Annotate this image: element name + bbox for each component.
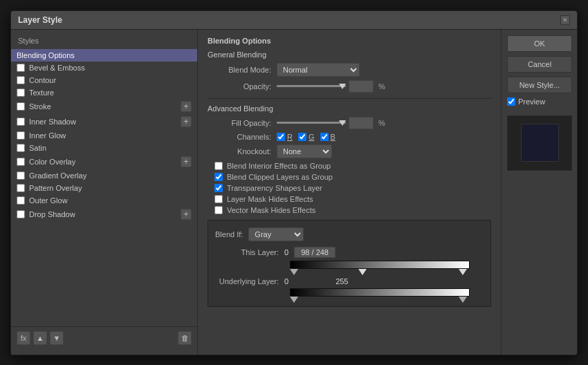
channel-r-container: R — [277, 133, 293, 141]
blend-if-select[interactable]: Gray Red Green Blue — [248, 227, 304, 241]
delete-button[interactable]: 🗑 — [178, 331, 192, 345]
this-layer-left-value: 0 — [284, 248, 288, 256]
underlying-layer-thumb-left[interactable] — [290, 297, 298, 303]
blending-options-title: Blending Options — [208, 37, 491, 45]
dialog-body: Styles Blending Options Bevel & Emboss C… — [11, 30, 577, 355]
channel-r-label: R — [287, 133, 293, 141]
underlying-layer-left-value: 0 — [284, 277, 288, 286]
channel-b-checkbox[interactable] — [320, 133, 329, 141]
opacity-percent: % — [378, 82, 385, 91]
underlying-layer-thumb-right[interactable] — [459, 297, 467, 303]
transparency-shapes-checkbox[interactable] — [214, 184, 223, 192]
bevel-emboss-checkbox[interactable] — [17, 64, 25, 72]
contour-checkbox[interactable] — [17, 76, 25, 84]
vector-mask-checkbox[interactable] — [214, 206, 223, 214]
blend-interior-row: Blend Interior Effects as Group — [208, 162, 491, 170]
opacity-slider-container: 100 % — [277, 80, 491, 93]
drop-shadow-checkbox[interactable] — [17, 210, 25, 218]
ok-button[interactable]: OK — [507, 35, 572, 52]
preview-square — [521, 124, 559, 162]
inner-glow-checkbox[interactable] — [17, 131, 25, 140]
blend-interior-label: Blend Interior Effects as Group — [227, 162, 331, 170]
right-panel: OK Cancel New Style... Preview — [501, 30, 577, 355]
cancel-button[interactable]: Cancel — [507, 56, 572, 73]
fill-opacity-percent: % — [378, 119, 385, 127]
blend-clipped-label: Blend Clipped Layers as Group — [227, 173, 333, 181]
transparency-shapes-label: Transparency Shapes Layer — [227, 184, 322, 192]
blend-mode-select[interactable]: Normal Dissolve Multiply Screen — [277, 63, 360, 77]
move-down-button[interactable]: ▼ — [50, 331, 64, 345]
inner-shadow-checkbox[interactable] — [17, 118, 25, 126]
sidebar-item-color-overlay[interactable]: Color Overlay + — [11, 154, 197, 169]
sidebar-item-pattern-overlay[interactable]: Pattern Overlay — [11, 182, 197, 194]
blend-mode-label: Blend Mode: — [208, 66, 277, 74]
drop-shadow-add-button[interactable]: + — [181, 209, 192, 220]
new-style-button[interactable]: New Style... — [507, 77, 572, 93]
this-layer-gradient — [290, 261, 470, 269]
styles-label: Styles — [11, 35, 197, 49]
channel-b-container: B — [320, 133, 336, 141]
knockout-select[interactable]: None Shallow Deep — [277, 144, 332, 158]
sidebar-item-stroke[interactable]: Stroke + — [11, 99, 197, 114]
stroke-add-button[interactable]: + — [181, 101, 192, 112]
this-layer-thumb-right[interactable] — [459, 269, 467, 275]
main-content: Blending Options General Blending Blend … — [198, 30, 501, 355]
fill-opacity-row: Fill Opacity: 100 % — [208, 117, 491, 129]
stroke-checkbox[interactable] — [17, 102, 25, 111]
close-button[interactable]: ✕ — [560, 15, 570, 25]
this-layer-thumb-mid[interactable] — [358, 269, 367, 275]
gradient-overlay-checkbox[interactable] — [17, 171, 25, 180]
opacity-input[interactable]: 100 — [349, 80, 374, 93]
texture-checkbox[interactable] — [17, 88, 25, 97]
sidebar-item-satin[interactable]: Satin — [11, 142, 197, 154]
sidebar-item-contour[interactable]: Contour — [11, 74, 197, 86]
vector-mask-row: Vector Mask Hides Effects — [208, 206, 491, 214]
outer-glow-checkbox[interactable] — [17, 196, 25, 205]
blend-clipped-row: Blend Clipped Layers as Group — [208, 173, 491, 181]
blend-mode-row: Blend Mode: Normal Dissolve Multiply Scr… — [208, 63, 491, 77]
inner-shadow-add-button[interactable]: + — [181, 116, 192, 127]
sidebar-item-inner-shadow[interactable]: Inner Shadow + — [11, 114, 197, 129]
channel-r-checkbox[interactable] — [277, 133, 285, 141]
fx-button[interactable]: fx — [17, 331, 30, 345]
blend-clipped-checkbox[interactable] — [214, 173, 223, 181]
titlebar: Layer Style ✕ — [11, 11, 577, 30]
pattern-overlay-checkbox[interactable] — [17, 184, 25, 192]
sidebar-item-inner-glow[interactable]: Inner Glow — [11, 129, 197, 142]
color-overlay-add-button[interactable]: + — [181, 156, 192, 167]
color-overlay-checkbox[interactable] — [17, 158, 25, 166]
bottom-toolbar: fx ▲ ▼ 🗑 — [11, 326, 197, 349]
underlying-layer-row: Underlying Layer: 0 255 — [215, 277, 484, 286]
this-layer-slider-track — [290, 261, 470, 269]
preview-checkbox[interactable] — [507, 97, 515, 106]
underlying-layer-label: Underlying Layer: — [215, 277, 284, 286]
fill-opacity-slider-container: 100 % — [277, 117, 491, 129]
layer-style-dialog: Layer Style ✕ Styles Blending Options Be… — [10, 10, 578, 355]
knockout-label: Knockout: — [208, 147, 277, 156]
knockout-row: Knockout: None Shallow Deep — [208, 144, 491, 158]
blend-if-label: Blend If: — [215, 230, 243, 238]
underlying-layer-gradient — [290, 288, 470, 297]
satin-checkbox[interactable] — [17, 144, 25, 152]
fill-opacity-input[interactable]: 100 — [349, 117, 374, 129]
this-layer-thumb-left[interactable] — [290, 269, 298, 275]
sidebar-item-outer-glow[interactable]: Outer Glow — [11, 194, 197, 207]
this-layer-label: This Layer: — [215, 248, 284, 256]
channel-g-label: G — [309, 133, 315, 141]
sidebar-item-drop-shadow[interactable]: Drop Shadow + — [11, 207, 197, 222]
layer-mask-checkbox[interactable] — [214, 195, 223, 203]
sidebar-item-bevel-emboss[interactable]: Bevel & Emboss — [11, 62, 197, 74]
blend-interior-checkbox[interactable] — [214, 162, 223, 170]
sidebar-item-texture[interactable]: Texture — [11, 86, 197, 99]
sidebar-item-blending-options[interactable]: Blending Options — [11, 49, 197, 62]
fill-opacity-slider[interactable] — [277, 122, 346, 124]
sidebar-item-gradient-overlay[interactable]: Gradient Overlay — [11, 169, 197, 182]
channel-g-container: G — [298, 133, 315, 141]
underlying-layer-right-value: 255 — [336, 277, 348, 286]
move-up-button[interactable]: ▲ — [33, 331, 47, 345]
left-panel: Styles Blending Options Bevel & Emboss C… — [11, 30, 198, 355]
preview-label: Preview — [518, 97, 545, 106]
opacity-slider[interactable] — [277, 85, 346, 87]
blend-if-section: Blend If: Gray Red Green Blue This Layer… — [208, 220, 491, 307]
channel-g-checkbox[interactable] — [298, 133, 306, 141]
